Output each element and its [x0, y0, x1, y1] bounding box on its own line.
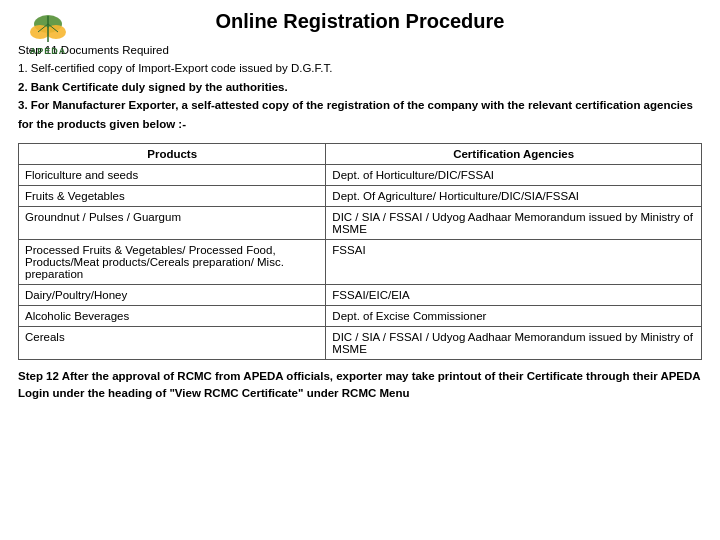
col-products-header: Products: [19, 143, 326, 164]
step11-line1: 1. Self-certified copy of Import-Export …: [18, 59, 702, 77]
agency-cell: Dept. Of Agriculture/ Horticulture/DIC/S…: [326, 185, 702, 206]
step11-text: Step 11 Documents Required 1. Self-certi…: [18, 41, 702, 133]
agency-cell: Dept. of Excise Commissioner: [326, 305, 702, 326]
table-header-row: Products Certification Agencies: [19, 143, 702, 164]
table-row: CerealsDIC / SIA / FSSAI / Udyog Aadhaar…: [19, 326, 702, 359]
agency-cell: FSSAI: [326, 239, 702, 284]
product-cell: Floriculture and seeds: [19, 164, 326, 185]
svg-point-2: [46, 25, 66, 39]
header: APEDA Online Registration Procedure: [18, 10, 702, 33]
product-cell: Processed Fruits & Vegetables/ Processed…: [19, 239, 326, 284]
step11-heading: Step 11 Documents Required: [18, 41, 702, 59]
page: APEDA Online Registration Procedure Step…: [0, 0, 720, 540]
logo-text: APEDA: [30, 46, 67, 56]
apeda-logo: APEDA: [18, 10, 78, 60]
step12-text: Step 12 After the approval of RCMC from …: [18, 368, 702, 403]
step11-line2-bold: 2. Bank Certificate duly signed by the a…: [18, 81, 288, 93]
agency-cell: FSSAI/EIC/EIA: [326, 284, 702, 305]
table-row: Groundnut / Pulses / GuargumDIC / SIA / …: [19, 206, 702, 239]
table-row: Fruits & VegetablesDept. Of Agriculture/…: [19, 185, 702, 206]
agency-cell: Dept. of Horticulture/DIC/FSSAI: [326, 164, 702, 185]
product-cell: Groundnut / Pulses / Guargum: [19, 206, 326, 239]
table-row: Alcoholic BeveragesDept. of Excise Commi…: [19, 305, 702, 326]
product-cell: Cereals: [19, 326, 326, 359]
table-row: Floriculture and seedsDept. of Horticult…: [19, 164, 702, 185]
product-cell: Alcoholic Beverages: [19, 305, 326, 326]
col-agencies-header: Certification Agencies: [326, 143, 702, 164]
page-title: Online Registration Procedure: [216, 10, 505, 33]
product-cell: Fruits & Vegetables: [19, 185, 326, 206]
products-table: Products Certification Agencies Floricul…: [18, 143, 702, 360]
step11-line3: 3. For Manufacturer Exporter, a self-att…: [18, 96, 702, 133]
agency-cell: DIC / SIA / FSSAI / Udyog Aadhaar Memora…: [326, 326, 702, 359]
table-row: Processed Fruits & Vegetables/ Processed…: [19, 239, 702, 284]
product-cell: Dairy/Poultry/Honey: [19, 284, 326, 305]
step12-bold: Step 12 After the approval of RCMC from …: [18, 370, 700, 399]
table-row: Dairy/Poultry/HoneyFSSAI/EIC/EIA: [19, 284, 702, 305]
step11-line2: 2. Bank Certificate duly signed by the a…: [18, 78, 702, 96]
agency-cell: DIC / SIA / FSSAI / Udyog Aadhaar Memora…: [326, 206, 702, 239]
